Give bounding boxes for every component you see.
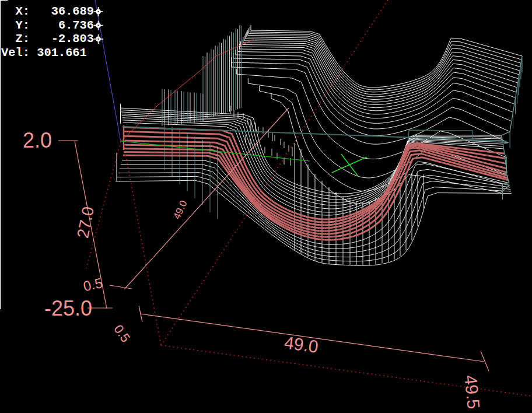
svg-text:49.5: 49.5 xyxy=(461,374,484,410)
svg-text:Vel: 301.661: Vel: 301.661 xyxy=(1,46,87,60)
svg-text:-25.0: -25.0 xyxy=(44,296,92,320)
svg-text:Z: -2.803: Z: -2.803 xyxy=(1,32,94,46)
svg-text:Y: 6.736: Y: 6.736 xyxy=(1,19,94,32)
svg-text:2.0: 2.0 xyxy=(23,128,52,152)
svg-text:X: 36.689: X: 36.689 xyxy=(1,5,94,18)
